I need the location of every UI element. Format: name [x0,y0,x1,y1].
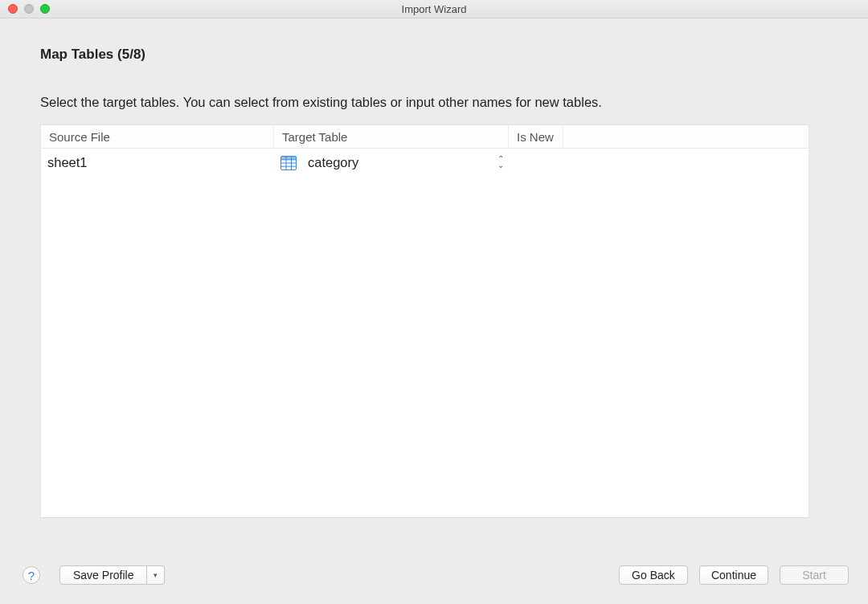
column-header-source[interactable]: Source File [41,125,274,148]
table-header: Source File Target Table Is New [41,125,809,149]
traffic-lights [8,4,50,14]
chevron-down-icon: ⌄ [497,163,504,169]
save-profile-dropdown[interactable]: ▾ [147,565,165,585]
go-back-button[interactable]: Go Back [619,565,688,585]
page-description: Select the target tables. You can select… [40,95,828,110]
maximize-window-button[interactable] [40,4,50,14]
cell-source: sheet1 [41,155,274,170]
column-header-isnew[interactable]: Is New [509,125,563,148]
wizard-nav-buttons: Go Back Continue Start [619,565,849,585]
start-button: Start [780,565,849,585]
close-window-button[interactable] [8,4,18,14]
table-row[interactable]: sheet1 category ⌃ ⌄ [41,149,809,177]
cell-target[interactable]: category ⌃ ⌄ [274,155,509,170]
minimize-window-button[interactable] [24,4,34,14]
window-title: Import Wizard [402,3,467,15]
target-table-stepper[interactable]: ⌃ ⌄ [497,157,504,169]
column-header-target[interactable]: Target Table [274,125,509,148]
page-title: Map Tables (5/8) [40,47,828,63]
target-table-name: category [308,155,358,170]
footer-bar: ? Save Profile ▾ Go Back Continue Start [0,565,868,585]
titlebar: Import Wizard [0,0,868,18]
mapping-table: Source File Target Table Is New sheet1 [40,124,809,518]
continue-button[interactable]: Continue [699,565,768,585]
help-button[interactable]: ? [23,566,40,584]
table-icon [280,156,297,170]
content-area: Map Tables (5/8) Select the target table… [0,18,868,518]
save-profile-group: Save Profile ▾ [59,565,165,585]
save-profile-button[interactable]: Save Profile [59,565,147,585]
svg-rect-1 [281,156,297,159]
